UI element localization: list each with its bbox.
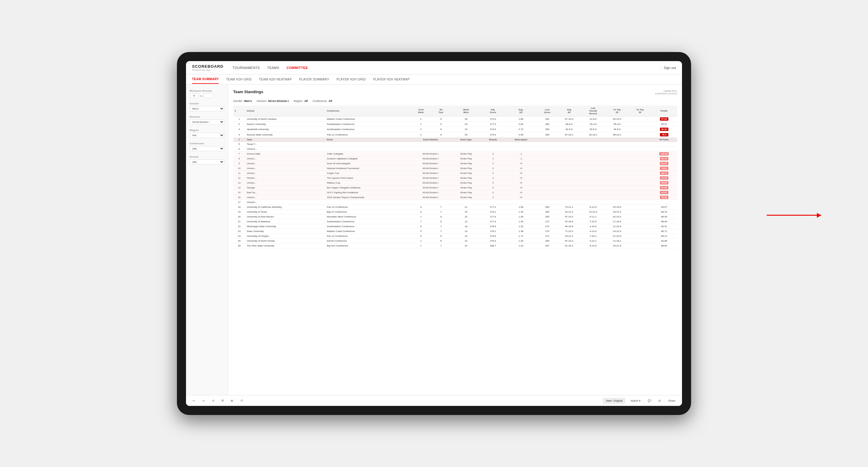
table-row[interactable]: 12 Florida I... The Cypress Point Classi… <box>233 176 677 181</box>
table-row[interactable]: 6 Univers... <box>233 147 677 152</box>
cell-adj-score: 277.6 <box>482 214 504 219</box>
cell-points[interactable]: 88.70 <box>651 210 677 214</box>
copy-button[interactable]: ⧉ <box>220 398 225 403</box>
nav-committee[interactable]: COMMITTEE <box>287 65 308 71</box>
nav-teams[interactable]: TEAMS <box>267 65 279 71</box>
cell-low-overall: 9-14-0 <box>581 244 605 248</box>
comment-button[interactable]: 💬 <box>646 398 653 403</box>
cell-points[interactable]: 88.94 <box>651 244 677 248</box>
min-rounds-min-input[interactable] <box>190 93 199 98</box>
cell-points[interactable]: 83.41 <box>651 224 677 229</box>
cell-tours: 8 <box>431 132 451 137</box>
cell-points[interactable]: 90.20 <box>651 127 677 132</box>
sub-rounds: 3 <box>482 195 504 200</box>
table-row[interactable]: 8 Univers... Southern Highlands Collegia… <box>233 156 677 161</box>
table-row[interactable]: 7 Arizona State Celtic Collegiate NCAA D… <box>233 152 677 156</box>
table-row[interactable]: 23 Duke University Atlantic Coast Confer… <box>233 229 677 234</box>
table-row[interactable]: 22 Mississippi State University Southeas… <box>233 224 677 229</box>
sign-out-button[interactable]: Sign out <box>664 66 676 69</box>
tab-team-h2h-heatmap[interactable]: TEAM H2H HEATMAP <box>259 75 292 84</box>
sub-event: National Invitational Tournament <box>326 166 410 171</box>
table-row[interactable]: 9 Univers... Amer Ari Intercollegiate NC… <box>233 161 677 166</box>
table-row[interactable]: 26 The Ohio State University Big Ten Con… <box>233 244 677 248</box>
cell-avg-sg: 1.32 <box>504 224 537 229</box>
cell-vs50 <box>629 224 651 229</box>
sh-event-div: Event Division <box>410 137 451 142</box>
tab-player-h2h-heatmap[interactable]: PLAYER H2H HEATMAP <box>373 75 409 84</box>
cell-points[interactable] <box>651 200 677 205</box>
sub-event-type: Stroke Play <box>451 181 482 185</box>
cell-points[interactable]: 78.5 <box>651 132 677 137</box>
cell-points[interactable] <box>651 142 677 147</box>
tab-team-h2h-grid[interactable]: TEAM H2H GRID <box>226 75 252 84</box>
cell-tours <box>431 147 451 152</box>
undo-button[interactable]: ↩ <box>191 398 197 403</box>
cell-tours: 8 <box>431 214 451 219</box>
cell-points[interactable]: 83.07 <box>651 205 677 210</box>
redo-button[interactable]: ↪ <box>200 398 207 403</box>
grid-view-button[interactable]: ⊟ <box>657 398 663 403</box>
table-row[interactable]: 21 University of Alabama Southeastern Co… <box>233 219 677 224</box>
table-row[interactable]: 5 Texas T... <box>233 142 677 147</box>
division-select[interactable]: NCAA Division I <box>190 120 224 125</box>
table-row[interactable]: 11 Univers... Copper Cup NCAA Division I… <box>233 171 677 176</box>
cell-vs50 <box>629 127 651 132</box>
min-rounds-max-input[interactable] <box>204 93 213 98</box>
table-row[interactable]: 24 University of Oregon Pac-12 Conferenc… <box>233 234 677 239</box>
cell-tours: 7 <box>431 244 451 248</box>
table-row[interactable]: 2 Auburn University Southeastern Confere… <box>233 122 677 127</box>
cell-points[interactable]: 88.48 <box>651 219 677 224</box>
tab-player-summary[interactable]: PLAYER SUMMARY <box>299 75 329 84</box>
cell-conf-rank <box>410 142 431 147</box>
view-button[interactable]: View: Original <box>603 398 625 403</box>
cell-points[interactable] <box>651 147 677 152</box>
conference-select[interactable]: (All) <box>190 146 224 151</box>
table-row[interactable]: 15 East Tec... OFCC Fighting Illini Invi… <box>233 190 677 195</box>
cell-adj-score <box>482 200 504 205</box>
cell-avg-sg: 1.50 <box>504 214 537 219</box>
cell-avg-all: 67-10-0 <box>557 117 581 122</box>
cell-school: Univers... <box>245 200 326 205</box>
tab-team-summary[interactable]: TEAM SUMMARY <box>192 75 219 84</box>
table-row[interactable]: 10 Univers... National Invitational Tour… <box>233 166 677 171</box>
school-select[interactable]: (All) <box>190 159 224 164</box>
table-row[interactable]: 19 University of Texas Big 12 Conference… <box>233 210 677 214</box>
sub-event-div: NCAA Division I <box>410 161 451 166</box>
cell-points[interactable]: 83.89 <box>651 239 677 244</box>
table-row[interactable]: 13 Univers... Williams Cup NCAA Division… <box>233 181 677 185</box>
table-row[interactable]: 4 Arizona State University Pac-12 Confer… <box>233 132 677 137</box>
table-row[interactable]: 25 University of North Florida ASUN Conf… <box>233 239 677 244</box>
cell-school: University of North Carolina <box>245 117 326 122</box>
cell-points[interactable]: 93.31 <box>651 122 677 127</box>
cell-low-score <box>537 147 557 152</box>
cell-points[interactable]: 88.14 <box>651 234 677 239</box>
table-row[interactable]: 16 Univers... 2023 Sahalee Players Champ… <box>233 195 677 200</box>
table-row[interactable]: 18 University of California, Berkeley Pa… <box>233 205 677 210</box>
cell-points[interactable]: 88.49 <box>651 214 677 219</box>
cell-points[interactable]: 97.02 <box>651 117 677 122</box>
share-button[interactable]: Share <box>666 398 677 403</box>
table-row[interactable]: 3 Vanderbilt University Southeastern Con… <box>233 127 677 132</box>
cell-rank: 24 <box>233 234 245 239</box>
cell-conference: Atlantic Coast Conference <box>326 229 410 234</box>
cell-low-overall: 5-11-1 <box>581 214 605 219</box>
table-row[interactable]: 17 Univers... <box>233 200 677 205</box>
sub-team: East Tec... <box>245 190 326 195</box>
cell-avg-all: 46-29-0 <box>557 224 581 229</box>
gender-select[interactable]: Men's <box>190 106 224 111</box>
grid-button[interactable]: ⊞ <box>229 398 235 403</box>
sub-rounds: 3 <box>482 171 504 176</box>
table-row[interactable]: 20 University of New Mexico Mountain Wes… <box>233 214 677 219</box>
table-row[interactable]: 14 Georgia Ben Hogan Collegiate Invitati… <box>233 185 677 190</box>
nav-tournaments[interactable]: TOURNAMENTS <box>232 65 260 71</box>
timer-button[interactable]: ⏱ <box>239 398 245 403</box>
region-select[interactable]: N/A <box>190 133 224 138</box>
watch-button[interactable]: Watch ▾ <box>629 398 642 403</box>
tab-player-h2h-grid[interactable]: PLAYER H2H GRID <box>337 75 366 84</box>
refresh-button[interactable]: ↺ <box>210 398 216 403</box>
table-row[interactable]: 1 University of North Carolina Atlantic … <box>233 117 677 122</box>
bottom-toolbar: ↩ ↪ ↺ ⧉ ⊞ ⏱ View: Original Watch ▾ 💬 ⊟ S… <box>186 395 682 406</box>
cell-rank: 25 <box>233 239 245 244</box>
cell-tours: 7 <box>431 229 451 234</box>
cell-points[interactable]: 88.71 <box>651 229 677 234</box>
